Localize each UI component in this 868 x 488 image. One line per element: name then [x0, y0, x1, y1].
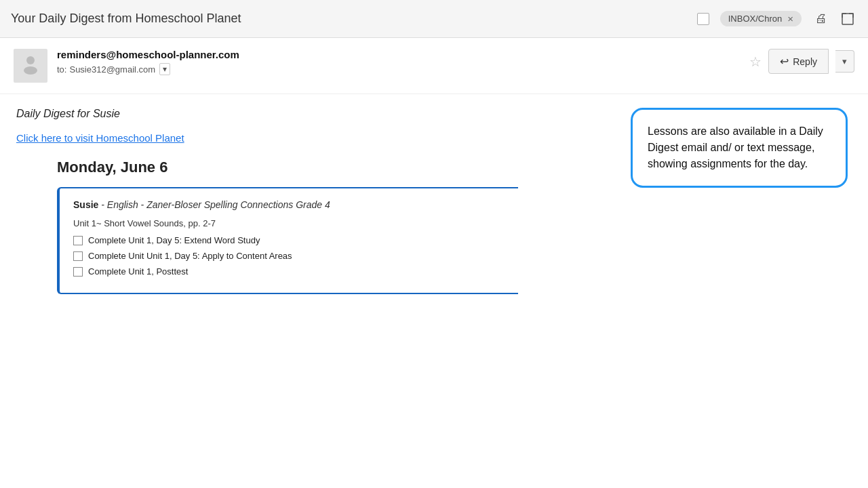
tooltip-box: Lessons are also available in a Daily Di…	[631, 108, 848, 188]
sender-info: reminders@homeschool-planner.com to: Sus…	[57, 49, 749, 75]
reply-button[interactable]: ↩ Reply	[768, 49, 829, 74]
star-icon: ☆	[749, 54, 762, 69]
course-info: - English - Zaner-Bloser Spelling Connec…	[101, 199, 330, 210]
reply-arrow-icon: ↩	[780, 55, 789, 68]
svg-rect-0	[842, 14, 853, 24]
expand-button[interactable]	[838, 9, 857, 28]
sender-email: reminders@homeschool-planner.com	[57, 49, 749, 60]
tooltip-text: Lessons are also available in a Daily Di…	[648, 125, 823, 169]
task-label-3: Complete Unit 1, Posttest	[88, 266, 188, 277]
svg-point-1	[26, 56, 35, 64]
visit-homeschool-planet-link[interactable]: Click here to visit Homeschool Planet	[16, 132, 184, 144]
top-bar: Your Daily Digest from Homeschool Planet…	[0, 0, 868, 38]
recipient-address: Susie312@gmail.com	[69, 64, 155, 75]
dropdown-arrow-icon: ▾	[842, 56, 847, 66]
svg-point-2	[24, 66, 37, 75]
task-label-1: Complete Unit 1, Day 5: Extend Word Stud…	[88, 235, 260, 245]
email-header: reminders@homeschool-planner.com to: Sus…	[0, 38, 868, 94]
email-actions: ☆ ↩ Reply ▾	[749, 49, 854, 74]
task-item-3: Complete Unit 1, Posttest	[73, 266, 505, 277]
task-checkbox-3[interactable]	[73, 267, 83, 277]
task-checkbox-1[interactable]	[73, 236, 83, 245]
unit-title: Unit 1~ Short Vowel Sounds, pp. 2-7	[73, 218, 505, 228]
student-name: Susie	[73, 199, 98, 210]
recipient-dropdown-button[interactable]: ▾	[159, 63, 170, 75]
tab-label: INBOX/Chron	[728, 14, 782, 24]
task-checkbox-2[interactable]	[73, 251, 83, 261]
to-label: to:	[57, 64, 66, 75]
top-bar-actions: 🖨	[812, 9, 857, 28]
avatar	[14, 49, 47, 83]
avatar-person-icon	[20, 53, 41, 79]
select-checkbox[interactable]	[697, 13, 709, 25]
task-label-2: Complete Unit Unit 1, Day 5: Apply to Co…	[88, 251, 292, 261]
inbox-tab[interactable]: INBOX/Chron ×	[720, 11, 802, 26]
expand-icon	[841, 12, 854, 26]
task-item-2: Complete Unit Unit 1, Day 5: Apply to Co…	[73, 251, 505, 261]
print-icon: 🖨	[815, 12, 827, 26]
task-item-1: Complete Unit 1, Day 5: Extend Word Stud…	[73, 235, 505, 245]
reply-label: Reply	[793, 56, 817, 67]
reply-dropdown-button[interactable]: ▾	[835, 50, 854, 73]
star-button[interactable]: ☆	[749, 54, 762, 70]
email-body: Lessons are also available in a Daily Di…	[0, 94, 868, 308]
assignment-header: Susie - English - Zaner-Bloser Spelling …	[73, 199, 505, 210]
email-subject-title: Your Daily Digest from Homeschool Planet	[11, 12, 697, 26]
print-button[interactable]: 🖨	[812, 9, 830, 28]
recipient-row: to: Susie312@gmail.com ▾	[57, 63, 749, 75]
assignment-card: Susie - English - Zaner-Bloser Spelling …	[57, 187, 518, 294]
tab-close-button[interactable]: ×	[787, 14, 793, 24]
